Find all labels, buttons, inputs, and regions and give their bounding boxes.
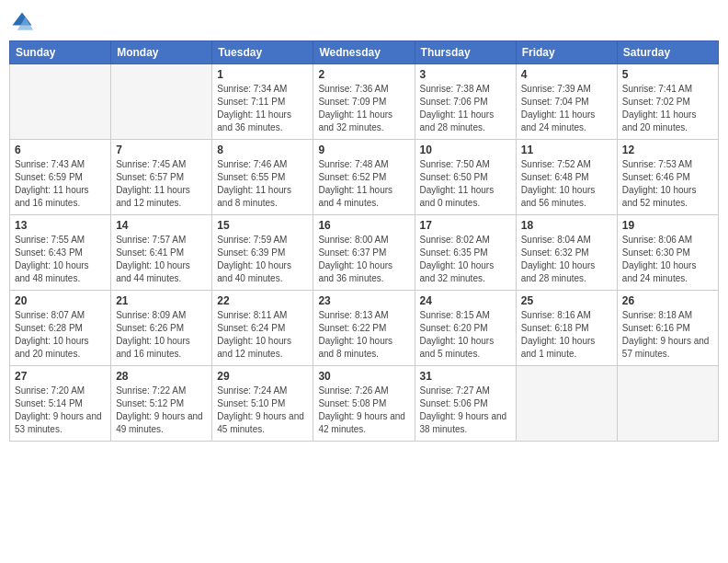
day-number: 18 — [521, 219, 612, 232]
day-info: Sunrise: 8:02 AM Sunset: 6:35 PM Dayligh… — [420, 234, 511, 285]
day-info: Sunrise: 8:16 AM Sunset: 6:18 PM Dayligh… — [521, 309, 612, 361]
calendar-cell: 20Sunrise: 8:07 AM Sunset: 6:28 PM Dayli… — [10, 291, 111, 366]
day-number: 6 — [15, 144, 106, 156]
weekday-header-friday: Friday — [516, 41, 617, 64]
calendar-cell: 31Sunrise: 7:27 AM Sunset: 5:06 PM Dayli… — [415, 366, 516, 442]
day-number: 15 — [217, 219, 308, 232]
day-info: Sunrise: 7:59 AM Sunset: 6:39 PM Dayligh… — [217, 234, 308, 285]
calendar-cell: 30Sunrise: 7:26 AM Sunset: 5:08 PM Dayli… — [313, 366, 415, 442]
calendar-cell: 28Sunrise: 7:22 AM Sunset: 5:12 PM Dayli… — [111, 366, 212, 442]
day-number: 14 — [116, 219, 207, 232]
day-info: Sunrise: 7:24 AM Sunset: 5:10 PM Dayligh… — [217, 385, 308, 436]
week-row-5: 27Sunrise: 7:20 AM Sunset: 5:14 PM Dayli… — [10, 366, 719, 442]
calendar-table: SundayMondayTuesdayWednesdayThursdayFrid… — [9, 40, 719, 442]
day-info: Sunrise: 8:00 AM Sunset: 6:37 PM Dayligh… — [318, 234, 409, 285]
calendar-cell: 19Sunrise: 8:06 AM Sunset: 6:30 PM Dayli… — [617, 215, 718, 291]
day-info: Sunrise: 7:46 AM Sunset: 6:55 PM Dayligh… — [217, 158, 308, 210]
day-number: 25 — [521, 294, 612, 307]
day-info: Sunrise: 7:20 AM Sunset: 5:14 PM Dayligh… — [15, 385, 106, 436]
day-info: Sunrise: 8:09 AM Sunset: 6:26 PM Dayligh… — [116, 309, 207, 361]
day-number: 30 — [318, 370, 409, 383]
day-info: Sunrise: 8:04 AM Sunset: 6:32 PM Dayligh… — [521, 234, 612, 285]
calendar-cell: 3Sunrise: 7:38 AM Sunset: 7:06 PM Daylig… — [415, 64, 516, 140]
day-number: 4 — [521, 68, 612, 81]
day-number: 24 — [420, 294, 511, 307]
day-number: 20 — [15, 294, 106, 307]
calendar-cell: 8Sunrise: 7:46 AM Sunset: 6:55 PM Daylig… — [212, 140, 313, 215]
calendar-cell: 23Sunrise: 8:13 AM Sunset: 6:22 PM Dayli… — [313, 291, 415, 366]
calendar-cell: 2Sunrise: 7:36 AM Sunset: 7:09 PM Daylig… — [313, 64, 415, 140]
calendar-cell: 11Sunrise: 7:52 AM Sunset: 6:48 PM Dayli… — [516, 140, 617, 215]
day-number: 8 — [217, 144, 308, 156]
weekday-header-row: SundayMondayTuesdayWednesdayThursdayFrid… — [10, 41, 719, 64]
day-number: 7 — [116, 144, 207, 156]
day-info: Sunrise: 7:55 AM Sunset: 6:43 PM Dayligh… — [15, 234, 106, 285]
day-info: Sunrise: 7:22 AM Sunset: 5:12 PM Dayligh… — [116, 385, 207, 436]
day-info: Sunrise: 7:36 AM Sunset: 7:09 PM Dayligh… — [318, 83, 409, 134]
week-row-2: 6Sunrise: 7:43 AM Sunset: 6:59 PM Daylig… — [10, 140, 719, 215]
calendar-cell: 13Sunrise: 7:55 AM Sunset: 6:43 PM Dayli… — [10, 215, 111, 291]
day-info: Sunrise: 7:57 AM Sunset: 6:41 PM Dayligh… — [116, 234, 207, 285]
calendar-cell: 4Sunrise: 7:39 AM Sunset: 7:04 PM Daylig… — [516, 64, 617, 140]
calendar-cell: 21Sunrise: 8:09 AM Sunset: 6:26 PM Dayli… — [111, 291, 212, 366]
day-number: 29 — [217, 370, 308, 383]
day-number: 23 — [318, 294, 409, 307]
day-number: 19 — [622, 219, 713, 232]
weekday-header-sunday: Sunday — [10, 41, 111, 64]
day-info: Sunrise: 7:50 AM Sunset: 6:50 PM Dayligh… — [420, 158, 511, 210]
calendar-cell: 22Sunrise: 8:11 AM Sunset: 6:24 PM Dayli… — [212, 291, 313, 366]
day-number: 2 — [318, 68, 409, 81]
calendar-cell: 29Sunrise: 7:24 AM Sunset: 5:10 PM Dayli… — [212, 366, 313, 442]
calendar-cell: 10Sunrise: 7:50 AM Sunset: 6:50 PM Dayli… — [415, 140, 516, 215]
day-info: Sunrise: 7:41 AM Sunset: 7:02 PM Dayligh… — [622, 83, 713, 134]
day-number: 12 — [622, 144, 713, 156]
logo-icon — [9, 9, 35, 35]
day-number: 17 — [420, 219, 511, 232]
day-info: Sunrise: 8:07 AM Sunset: 6:28 PM Dayligh… — [15, 309, 106, 361]
day-info: Sunrise: 8:15 AM Sunset: 6:20 PM Dayligh… — [420, 309, 511, 361]
calendar-cell: 24Sunrise: 8:15 AM Sunset: 6:20 PM Dayli… — [415, 291, 516, 366]
week-row-3: 13Sunrise: 7:55 AM Sunset: 6:43 PM Dayli… — [10, 215, 719, 291]
calendar-cell: 18Sunrise: 8:04 AM Sunset: 6:32 PM Dayli… — [516, 215, 617, 291]
day-info: Sunrise: 8:11 AM Sunset: 6:24 PM Dayligh… — [217, 309, 308, 361]
day-info: Sunrise: 7:52 AM Sunset: 6:48 PM Dayligh… — [521, 158, 612, 210]
day-number: 3 — [420, 68, 511, 81]
day-number: 5 — [622, 68, 713, 81]
calendar-cell — [111, 64, 212, 140]
day-number: 31 — [420, 370, 511, 383]
calendar-cell: 26Sunrise: 8:18 AM Sunset: 6:16 PM Dayli… — [617, 291, 718, 366]
day-info: Sunrise: 7:43 AM Sunset: 6:59 PM Dayligh… — [15, 158, 106, 210]
weekday-header-wednesday: Wednesday — [313, 41, 415, 64]
day-info: Sunrise: 7:53 AM Sunset: 6:46 PM Dayligh… — [622, 158, 713, 210]
day-number: 16 — [318, 219, 409, 232]
calendar-cell: 9Sunrise: 7:48 AM Sunset: 6:52 PM Daylig… — [313, 140, 415, 215]
calendar-cell: 16Sunrise: 8:00 AM Sunset: 6:37 PM Dayli… — [313, 215, 415, 291]
calendar-cell: 1Sunrise: 7:34 AM Sunset: 7:11 PM Daylig… — [212, 64, 313, 140]
week-row-4: 20Sunrise: 8:07 AM Sunset: 6:28 PM Dayli… — [10, 291, 719, 366]
weekday-header-monday: Monday — [111, 41, 212, 64]
calendar-cell: 17Sunrise: 8:02 AM Sunset: 6:35 PM Dayli… — [415, 215, 516, 291]
calendar-cell: 15Sunrise: 7:59 AM Sunset: 6:39 PM Dayli… — [212, 215, 313, 291]
day-info: Sunrise: 7:45 AM Sunset: 6:57 PM Dayligh… — [116, 158, 207, 210]
calendar-cell: 7Sunrise: 7:45 AM Sunset: 6:57 PM Daylig… — [111, 140, 212, 215]
weekday-header-thursday: Thursday — [415, 41, 516, 64]
day-number: 27 — [15, 370, 106, 383]
day-number: 10 — [420, 144, 511, 156]
calendar-cell: 5Sunrise: 7:41 AM Sunset: 7:02 PM Daylig… — [617, 64, 718, 140]
day-info: Sunrise: 7:38 AM Sunset: 7:06 PM Dayligh… — [420, 83, 511, 134]
day-info: Sunrise: 8:13 AM Sunset: 6:22 PM Dayligh… — [318, 309, 409, 361]
calendar-cell: 25Sunrise: 8:16 AM Sunset: 6:18 PM Dayli… — [516, 291, 617, 366]
day-info: Sunrise: 8:18 AM Sunset: 6:16 PM Dayligh… — [622, 309, 713, 361]
calendar-cell: 12Sunrise: 7:53 AM Sunset: 6:46 PM Dayli… — [617, 140, 718, 215]
day-info: Sunrise: 7:39 AM Sunset: 7:04 PM Dayligh… — [521, 83, 612, 134]
calendar-cell — [617, 366, 718, 442]
calendar-cell — [10, 64, 111, 140]
day-info: Sunrise: 7:26 AM Sunset: 5:08 PM Dayligh… — [318, 385, 409, 436]
day-number: 9 — [318, 144, 409, 156]
day-info: Sunrise: 8:06 AM Sunset: 6:30 PM Dayligh… — [622, 234, 713, 285]
day-number: 28 — [116, 370, 207, 383]
calendar-cell — [516, 366, 617, 442]
calendar-cell: 6Sunrise: 7:43 AM Sunset: 6:59 PM Daylig… — [10, 140, 111, 215]
calendar-cell: 27Sunrise: 7:20 AM Sunset: 5:14 PM Dayli… — [10, 366, 111, 442]
day-number: 22 — [217, 294, 308, 307]
